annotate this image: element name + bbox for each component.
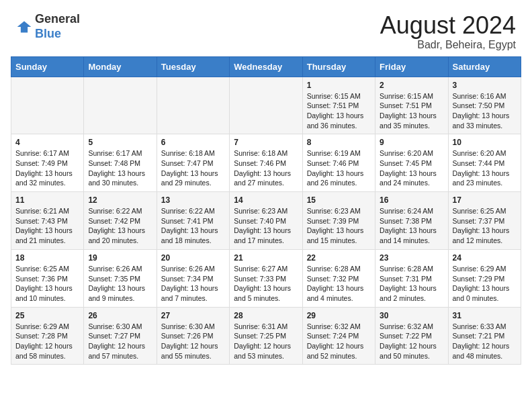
day-cell: 20Sunrise: 6:26 AMSunset: 7:34 PMDayligh… (157, 249, 229, 307)
day-info: Sunrise: 6:32 AM (380, 322, 443, 332)
day-number: 8 (307, 138, 371, 147)
day-info: Daylight: 13 hours and 26 minutes. (307, 169, 371, 188)
day-info: Sunset: 7:24 PM (307, 331, 371, 341)
day-info: Daylight: 12 hours and 58 minutes. (15, 341, 79, 361)
day-info: Sunrise: 6:17 AM (15, 148, 79, 158)
day-number: 1 (307, 81, 371, 90)
day-info: Sunrise: 6:22 AM (88, 206, 152, 216)
day-number: 19 (88, 253, 152, 263)
day-info: Sunset: 7:35 PM (88, 274, 152, 284)
day-cell: 27Sunrise: 6:30 AMSunset: 7:26 PMDayligh… (157, 307, 229, 365)
day-number: 10 (453, 138, 517, 147)
day-number: 21 (234, 253, 298, 263)
day-info: Sunrise: 6:21 AM (15, 206, 79, 216)
day-info: Sunset: 7:51 PM (307, 101, 371, 111)
day-info: Daylight: 13 hours and 24 minutes. (380, 169, 443, 188)
day-info: Daylight: 13 hours and 23 minutes. (453, 169, 517, 188)
day-cell: 3Sunrise: 6:16 AMSunset: 7:50 PMDaylight… (448, 77, 521, 134)
day-number: 4 (15, 138, 79, 147)
day-info: Sunrise: 6:29 AM (15, 322, 79, 332)
day-info: Daylight: 12 hours and 57 minutes. (88, 341, 152, 361)
week-row-2: 4Sunrise: 6:17 AMSunset: 7:49 PMDaylight… (11, 134, 521, 192)
day-info: Sunset: 7:44 PM (453, 158, 517, 169)
day-info: Sunrise: 6:26 AM (88, 264, 152, 274)
day-info: Daylight: 13 hours and 0 minutes. (453, 283, 517, 303)
page-header: General Blue August 2024 Badr, Beheira, … (0, 0, 532, 56)
day-info: Sunrise: 6:28 AM (380, 264, 443, 274)
day-number: 29 (307, 311, 371, 320)
day-number: 13 (161, 195, 225, 205)
day-number: 18 (15, 253, 79, 263)
day-info: Sunset: 7:32 PM (307, 274, 371, 284)
day-info: Sunrise: 6:22 AM (161, 206, 225, 216)
day-info: Daylight: 13 hours and 17 minutes. (234, 226, 298, 245)
day-info: Sunrise: 6:24 AM (380, 206, 443, 216)
day-number: 7 (234, 138, 298, 147)
day-info: Sunset: 7:25 PM (234, 331, 298, 341)
calendar-table: SundayMondayTuesdayWednesdayThursdayFrid… (11, 56, 521, 365)
svg-marker-0 (17, 21, 32, 32)
day-number: 27 (161, 311, 225, 320)
day-info: Sunset: 7:43 PM (15, 216, 79, 226)
day-number: 2 (380, 81, 443, 90)
day-info: Daylight: 13 hours and 18 minutes. (161, 226, 225, 245)
calendar-wrapper: SundayMondayTuesdayWednesdayThursdayFrid… (0, 56, 532, 376)
day-info: Daylight: 13 hours and 5 minutes. (234, 283, 298, 303)
day-info: Sunset: 7:51 PM (380, 101, 443, 111)
day-cell (84, 77, 157, 134)
day-cell: 6Sunrise: 6:18 AMSunset: 7:47 PMDaylight… (157, 134, 229, 192)
day-cell: 24Sunrise: 6:29 AMSunset: 7:29 PMDayligh… (448, 249, 521, 307)
day-number: 11 (15, 195, 79, 205)
day-info: Sunrise: 6:17 AM (88, 148, 152, 158)
day-number: 17 (453, 195, 517, 205)
header-cell-monday: Monday (84, 56, 157, 77)
header-row: SundayMondayTuesdayWednesdayThursdayFrid… (11, 56, 521, 77)
day-info: Sunrise: 6:32 AM (307, 322, 371, 332)
day-number: 20 (161, 253, 225, 263)
day-cell: 15Sunrise: 6:23 AMSunset: 7:39 PMDayligh… (302, 192, 375, 250)
day-info: Sunset: 7:45 PM (380, 158, 443, 169)
day-info: Sunrise: 6:15 AM (307, 91, 371, 101)
day-info: Sunset: 7:31 PM (380, 274, 443, 284)
day-cell: 23Sunrise: 6:28 AMSunset: 7:31 PMDayligh… (375, 249, 448, 307)
day-info: Daylight: 12 hours and 50 minutes. (380, 341, 443, 361)
day-cell: 18Sunrise: 6:25 AMSunset: 7:36 PMDayligh… (11, 249, 84, 307)
day-info: Sunrise: 6:23 AM (307, 206, 371, 216)
day-info: Sunrise: 6:26 AM (161, 264, 225, 274)
day-info: Sunset: 7:36 PM (15, 274, 79, 284)
day-cell: 14Sunrise: 6:23 AMSunset: 7:40 PMDayligh… (230, 192, 302, 250)
day-info: Daylight: 12 hours and 52 minutes. (307, 341, 371, 361)
day-info: Sunrise: 6:28 AM (307, 264, 371, 274)
day-info: Sunset: 7:39 PM (307, 216, 371, 226)
day-info: Daylight: 13 hours and 2 minutes. (380, 283, 443, 303)
day-cell: 21Sunrise: 6:27 AMSunset: 7:33 PMDayligh… (230, 249, 302, 307)
day-info: Sunrise: 6:30 AM (161, 322, 225, 332)
header-cell-wednesday: Wednesday (230, 56, 302, 77)
day-info: Daylight: 13 hours and 29 minutes. (161, 169, 225, 188)
day-info: Sunrise: 6:18 AM (161, 148, 225, 158)
day-number: 22 (307, 253, 371, 263)
day-info: Sunset: 7:50 PM (453, 101, 517, 111)
day-number: 6 (161, 138, 225, 147)
day-number: 26 (88, 311, 152, 320)
day-info: Daylight: 13 hours and 15 minutes. (307, 226, 371, 245)
day-info: Sunset: 7:37 PM (453, 216, 517, 226)
day-info: Daylight: 13 hours and 33 minutes. (453, 111, 517, 130)
day-info: Sunset: 7:26 PM (161, 331, 225, 341)
day-cell: 22Sunrise: 6:28 AMSunset: 7:32 PMDayligh… (302, 249, 375, 307)
day-info: Sunset: 7:40 PM (234, 216, 298, 226)
day-cell: 28Sunrise: 6:31 AMSunset: 7:25 PMDayligh… (230, 307, 302, 365)
day-info: Daylight: 13 hours and 4 minutes. (307, 283, 371, 303)
day-number: 14 (234, 195, 298, 205)
day-info: Sunset: 7:38 PM (380, 216, 443, 226)
day-cell: 31Sunrise: 6:33 AMSunset: 7:21 PMDayligh… (448, 307, 521, 365)
logo-icon (16, 19, 32, 35)
day-number: 23 (380, 253, 443, 263)
day-number: 15 (307, 195, 371, 205)
day-info: Sunset: 7:47 PM (161, 158, 225, 169)
week-row-1: 1Sunrise: 6:15 AMSunset: 7:51 PMDaylight… (11, 77, 521, 134)
day-info: Sunrise: 6:25 AM (453, 206, 517, 216)
day-info: Daylight: 13 hours and 12 minutes. (453, 226, 517, 245)
day-number: 31 (453, 311, 517, 320)
day-cell: 12Sunrise: 6:22 AMSunset: 7:42 PMDayligh… (84, 192, 157, 250)
